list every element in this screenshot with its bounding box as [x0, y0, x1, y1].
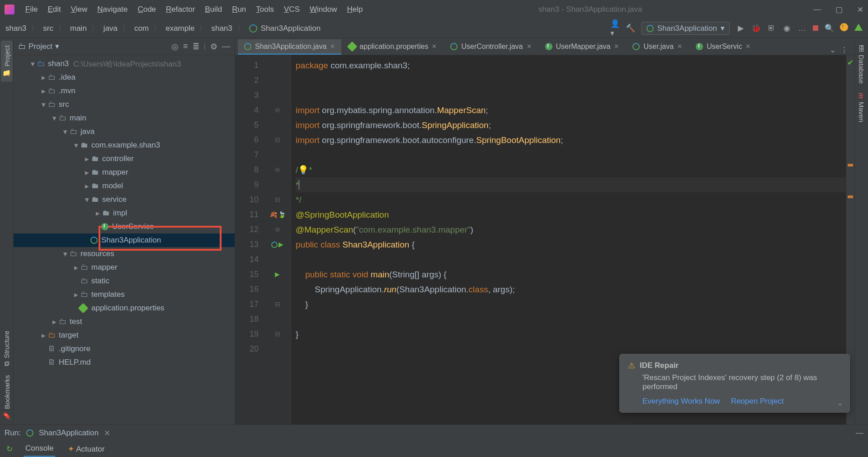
rerun-button[interactable]: ↻ — [6, 444, 13, 454]
minimize-button[interactable]: ― — [813, 5, 821, 14]
menu-build[interactable]: Build — [200, 3, 226, 16]
menu-file[interactable]: File — [21, 3, 42, 16]
tree-item[interactable]: ▾🗀resources — [14, 247, 235, 261]
breadcrumb-item[interactable]: example — [165, 24, 194, 33]
close-tab-icon[interactable]: ✕ — [432, 43, 437, 50]
collapse-notification-icon[interactable]: ⌄ — [837, 398, 843, 408]
close-tab-icon[interactable]: ✕ — [677, 43, 682, 50]
updates-button[interactable] — [840, 23, 848, 33]
database-tab[interactable]: 🗄Database — [856, 41, 867, 88]
close-button[interactable]: ✕ — [857, 5, 863, 14]
tree-item[interactable]: ▸🗀mapper — [14, 261, 235, 274]
profile-button[interactable]: ◉ — [782, 24, 791, 33]
menu-vcs[interactable]: VCS — [279, 3, 304, 16]
project-tab[interactable]: 📁Project — [1, 41, 13, 82]
tree-item[interactable]: 🗎.gitignore — [14, 342, 235, 356]
actuator-tab[interactable]: ✦ Actuator — [66, 442, 106, 457]
warning-mark[interactable] — [848, 195, 853, 198]
navigation-bar: shan3〉src〉main〉java〉com〉example〉shan3〉Sh… — [0, 19, 868, 38]
menu-help[interactable]: Help — [342, 3, 367, 16]
menu-refactor[interactable]: Refactor — [161, 3, 199, 16]
menu-window[interactable]: Window — [305, 3, 341, 16]
gutter-marks[interactable]: ⊖⊟⊖⊟🍂🍃⊖▶▶⊟⊟ — [264, 55, 291, 424]
users-icon[interactable]: 👤▾ — [611, 24, 620, 33]
editor-tab[interactable]: UserServic✕ — [689, 39, 757, 55]
attach-button[interactable]: … — [797, 24, 807, 33]
tree-item[interactable]: ▾🗀shan3C:\Users\哈\IdeaProjects\shan3 — [14, 57, 235, 71]
tree-item[interactable]: ▾🖿service — [14, 193, 235, 206]
close-tab-icon[interactable]: ✕ — [330, 43, 335, 50]
breadcrumb-item[interactable]: shan3 — [5, 24, 26, 33]
structure-tab[interactable]: ⧉Structure — [1, 326, 12, 371]
close-tab-icon[interactable]: ✕ — [745, 43, 750, 50]
breadcrumb-item[interactable]: com — [134, 24, 149, 33]
select-opened-file-icon[interactable]: ◎ — [171, 42, 179, 52]
close-tab-icon[interactable]: ✕ — [527, 43, 532, 50]
menu-run[interactable]: Run — [227, 3, 250, 16]
editor-tab[interactable]: User.java✕ — [626, 39, 689, 55]
tree-item[interactable]: ▾🗀java — [14, 125, 235, 138]
tree-item[interactable]: ▸🖿mapper — [14, 166, 235, 179]
tree-item[interactable]: ▾🗀src — [14, 98, 235, 111]
title-bar: FileEditViewNavigateCodeRefactorBuildRun… — [0, 0, 868, 19]
menu-view[interactable]: View — [66, 3, 92, 16]
tree-item[interactable]: ▸🖿impl — [14, 206, 235, 220]
tree-item[interactable]: ▸🗀.idea — [14, 71, 235, 84]
project-tree[interactable]: ▾🗀shan3C:\Users\哈\IdeaProjects\shan3▸🗀.i… — [14, 55, 235, 424]
tree-item[interactable]: Shan3Application — [14, 233, 235, 247]
chevron-down-icon[interactable]: ▾ — [55, 42, 59, 51]
hide-run-icon[interactable]: — — [856, 428, 863, 438]
run-label: Run: — [5, 428, 21, 438]
menu-code[interactable]: Code — [133, 3, 160, 16]
bookmarks-tab[interactable]: 🔖Bookmarks — [1, 371, 13, 424]
collapse-all-icon[interactable]: ≣ — [193, 42, 199, 52]
tree-item[interactable]: 🗎HELP.md — [14, 356, 235, 369]
tree-item[interactable]: ▸🖿controller — [14, 152, 235, 166]
inspection-ok-icon[interactable]: ✔ — [847, 58, 854, 67]
expand-all-icon[interactable]: ≡ — [183, 42, 188, 51]
breadcrumb-item[interactable]: java — [104, 24, 118, 33]
breadcrumb-item[interactable]: Shan3Application — [261, 24, 321, 33]
menu-tools[interactable]: Tools — [251, 3, 278, 16]
editor-tab[interactable]: Shan3Application.java✕ — [238, 39, 341, 55]
editor-tab[interactable]: application.properties✕ — [342, 39, 443, 55]
tree-item[interactable]: UserService — [14, 220, 235, 233]
close-run-tab[interactable]: ✕ — [104, 428, 110, 438]
search-button[interactable]: 🔍 — [825, 24, 834, 33]
tree-item[interactable]: ▸🗀.mvn — [14, 84, 235, 98]
editor-tab[interactable]: UserController.java✕ — [444, 39, 538, 55]
breadcrumb-item[interactable]: shan3 — [211, 24, 232, 33]
menu-navigate[interactable]: Navigate — [93, 3, 132, 16]
settings-icon[interactable]: ⚙ — [210, 42, 217, 52]
tabs-dropdown-icon[interactable]: ⌄ — [830, 45, 836, 55]
maximize-button[interactable]: ▢ — [835, 5, 843, 14]
build-button[interactable]: 🔨 — [626, 24, 635, 33]
hide-icon[interactable]: — — [222, 42, 230, 51]
tree-item[interactable]: ▾🖿com.example.shan3 — [14, 138, 235, 152]
stop-button[interactable] — [813, 24, 818, 33]
menu-edit[interactable]: Edit — [43, 3, 65, 16]
run-button[interactable]: ▶ — [736, 24, 745, 33]
tree-item[interactable]: ▸🗀templates — [14, 288, 235, 301]
close-tab-icon[interactable]: ✕ — [614, 43, 619, 50]
tree-item[interactable]: ▸🖿model — [14, 179, 235, 193]
breadcrumb-item[interactable]: src — [43, 24, 53, 33]
tree-item[interactable]: 🗀static — [14, 274, 235, 288]
editor-tab[interactable]: UserMapper.java✕ — [539, 39, 626, 55]
debug-button[interactable]: 🐞 — [751, 24, 760, 33]
tree-item[interactable]: application.properties — [14, 301, 235, 315]
window-title: shan3 - Shan3Application.java — [367, 5, 813, 14]
tree-item[interactable]: ▸🗀target — [14, 328, 235, 342]
console-tab[interactable]: Console — [24, 441, 55, 457]
run-anything-button[interactable] — [854, 24, 863, 33]
tree-item[interactable]: ▸🗀test — [14, 315, 235, 328]
coverage-button[interactable]: ⛨ — [767, 24, 776, 33]
tree-item[interactable]: ▾🗀main — [14, 111, 235, 125]
notification-action-reopen[interactable]: Reopen Project — [731, 397, 784, 406]
maven-tab[interactable]: mMaven — [856, 88, 867, 126]
notification-action-works[interactable]: Everything Works Now — [642, 397, 720, 406]
run-config-selector[interactable]: Shan3Application ▾ — [642, 22, 730, 35]
warning-mark[interactable] — [848, 164, 853, 167]
breadcrumb-item[interactable]: main — [70, 24, 87, 33]
tabs-more-icon[interactable]: ⋮ — [840, 45, 848, 55]
